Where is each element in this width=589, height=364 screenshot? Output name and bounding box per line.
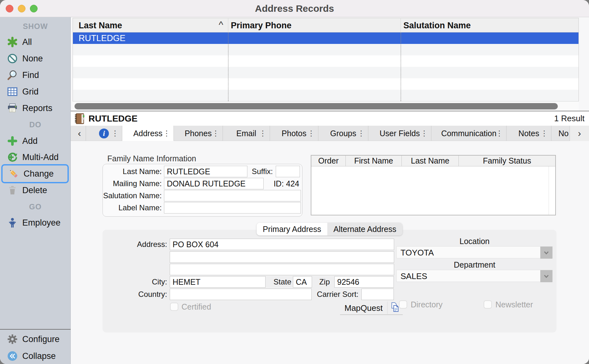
tab-groups[interactable]: Groups ⋮ [318, 126, 368, 141]
tab-menu-dots[interactable]: ⋮ [259, 126, 266, 141]
sidebar-item-label: Add [22, 136, 38, 146]
copy-address-button[interactable] [387, 302, 403, 315]
tab-label: Email [236, 129, 256, 138]
sidebar-section-go: GO [0, 202, 71, 211]
tab-menu-dots[interactable]: ⋮ [421, 126, 428, 141]
sidebar-item-multi-add[interactable]: Multi-Add [0, 150, 71, 164]
column-header-salutation-name[interactable]: Salutation Name [403, 18, 471, 33]
sidebar-item-all[interactable]: All [0, 35, 71, 49]
chevron-down-icon[interactable] [540, 270, 552, 282]
sidebar-item-add[interactable]: Add [0, 134, 71, 148]
tab-menu-dots[interactable]: ⋮ [111, 126, 119, 141]
tab-partial[interactable]: No [551, 126, 570, 141]
department-dropdown[interactable]: SALES [396, 270, 553, 282]
address-label: Address: [105, 239, 167, 250]
tab-label: No [558, 129, 569, 138]
salutation-name-label: Salutation Name: [102, 190, 162, 201]
sidebar-item-employee[interactable]: Employee [0, 216, 71, 230]
family-col-family-status: Family Status [459, 156, 555, 166]
sidebar-item-label: Reports [22, 103, 53, 113]
column-header-last-name[interactable]: Last Name [79, 18, 122, 33]
carrier-sort-field[interactable] [361, 289, 394, 300]
mailing-name-field[interactable] [164, 178, 264, 189]
sidebar-item-label: Grid [22, 87, 39, 97]
label-name-field[interactable] [164, 202, 301, 214]
table-row-empty[interactable] [73, 67, 579, 78]
state-field[interactable] [293, 276, 312, 288]
tab-email[interactable]: Email ⋮ [223, 126, 270, 141]
horizontal-scrollbar[interactable] [73, 102, 579, 111]
certified-checkbox[interactable] [170, 303, 178, 311]
tab-scroll-left-button[interactable]: ‹ [73, 126, 86, 141]
newsletter-checkbox[interactable] [484, 300, 492, 309]
header-column-divider[interactable] [228, 18, 228, 32]
header-column-divider[interactable] [401, 18, 401, 32]
city-field[interactable] [170, 276, 266, 288]
tab-user-fields[interactable]: User Fields ⋮ [368, 126, 431, 141]
family-col-last-name: Last Name [402, 156, 459, 166]
tab-label: Notes [518, 129, 539, 138]
tab-communication[interactable]: Communication ⋮ [431, 126, 507, 141]
last-name-field[interactable] [164, 166, 247, 177]
sort-ascending-indicator: ^ [219, 19, 223, 30]
department-value: SALES [401, 270, 427, 282]
sidebar-section-show: SHOW [0, 22, 71, 31]
sidebar-item-collapse[interactable]: Collapse [0, 349, 71, 363]
sidebar-item-reports[interactable]: Reports [0, 101, 71, 115]
sidebar-item-configure[interactable]: Configure [0, 332, 71, 346]
sidebar-item-label: Collapse [22, 351, 56, 361]
detail-tab-bar: ‹ i ⋮ Address ⋮ Phones ⋮ Email ⋮ Photos … [71, 126, 589, 141]
tab-menu-dots[interactable]: ⋮ [358, 126, 365, 141]
grid-table-icon [7, 86, 18, 97]
table-row-empty[interactable] [73, 78, 579, 90]
family-info-title: Family Name Information [107, 154, 196, 163]
tab-menu-dots[interactable]: ⋮ [212, 126, 219, 141]
zip-label: Zip [315, 276, 330, 288]
sidebar-item-none[interactable]: None [0, 52, 71, 66]
address-line3-field[interactable] [170, 264, 394, 275]
table-row-empty[interactable] [73, 55, 579, 67]
sidebar-item-label: All [22, 37, 32, 47]
country-field[interactable] [170, 289, 312, 300]
tab-photos[interactable]: Photos ⋮ [270, 126, 318, 141]
zip-field[interactable] [334, 276, 394, 288]
trash-icon [7, 185, 18, 196]
scrollbar-thumb[interactable] [75, 103, 558, 109]
tab-primary-address[interactable]: Primary Address [257, 223, 327, 235]
tab-scroll-right-button[interactable]: › [570, 126, 589, 141]
suffix-label: Suffix: [245, 166, 273, 177]
table-row-empty[interactable] [73, 44, 579, 55]
family-table-header: Order First Name Last Name Family Status [311, 156, 555, 166]
mapquest-button[interactable]: MapQuest [340, 302, 387, 315]
suffix-field[interactable] [276, 166, 300, 177]
column-header-primary-phone[interactable]: Primary Phone [231, 18, 292, 33]
tab-label: Phones [185, 129, 212, 138]
tab-address[interactable]: Address ⋮ [122, 126, 174, 141]
family-members-table: Order First Name Last Name Family Status [311, 155, 556, 215]
tab-label: Groups [330, 129, 356, 138]
tab-phones[interactable]: Phones ⋮ [174, 126, 223, 141]
window-title: Address Records [0, 0, 589, 17]
chevron-down-icon[interactable] [540, 247, 552, 259]
last-name-label: Last Name: [104, 166, 162, 177]
sidebar-item-grid[interactable]: Grid [0, 85, 71, 99]
salutation-name-field[interactable] [164, 190, 301, 201]
tab-label: Address [133, 129, 163, 138]
tab-alternate-address[interactable]: Alternate Address [327, 223, 402, 235]
sidebar-item-label: Change [24, 169, 54, 179]
sidebar-item-delete[interactable]: Delete [0, 183, 71, 197]
address-line2-field[interactable] [170, 251, 394, 263]
collapse-icon [7, 351, 18, 361]
tab-menu-dots[interactable]: ⋮ [541, 126, 548, 141]
tab-menu-dots[interactable]: ⋮ [308, 126, 315, 141]
address-line1-field[interactable] [170, 239, 394, 250]
table-row-selected[interactable]: RUTLEDGE [73, 32, 579, 44]
location-dropdown[interactable]: TOYOTA [396, 246, 553, 258]
tab-notes[interactable]: Notes ⋮ [507, 126, 551, 141]
tab-info[interactable]: i ⋮ [86, 126, 122, 141]
sidebar-item-change[interactable]: Change [1, 164, 69, 183]
table-row-empty[interactable] [73, 90, 579, 101]
sidebar-item-find[interactable]: Find [0, 68, 71, 82]
tab-menu-dots[interactable]: ⋮ [163, 126, 170, 141]
tab-menu-dots[interactable]: ⋮ [496, 126, 503, 141]
